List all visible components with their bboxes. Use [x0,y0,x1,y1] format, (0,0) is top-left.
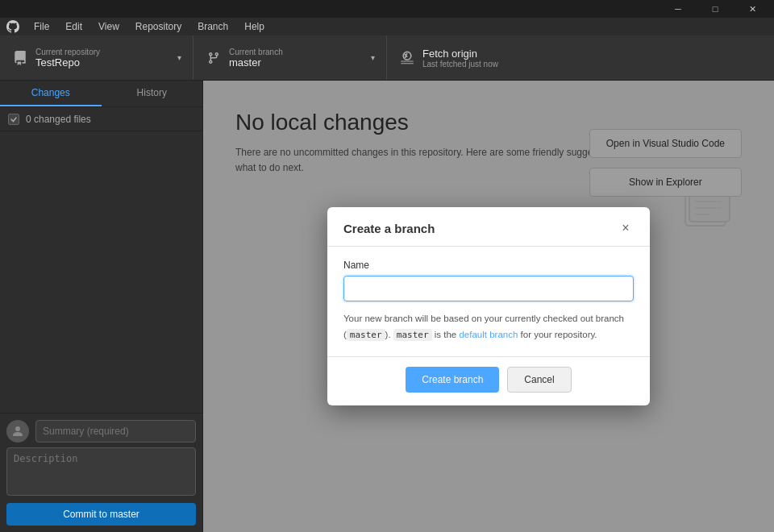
menu-repository[interactable]: Repository [129,19,188,34]
branch-chevron-icon: ▾ [371,53,375,62]
toolbar: Current repository TestRepo ▾ Current br… [0,35,774,81]
app-layout: Changes History 0 changed files [0,81,774,532]
title-bar: ─ □ ✕ [0,0,774,18]
maximize-button[interactable]: □ [697,0,734,18]
modal-title: Create a branch [343,222,435,235]
branch-name-input[interactable] [343,276,634,301]
menu-help[interactable]: Help [238,19,271,34]
modal-header: Create a branch × [327,207,650,247]
sidebar-file-list [0,131,202,413]
fetch-sub: Last fetched just now [422,60,537,69]
summary-input[interactable] [35,420,196,443]
create-branch-modal: Create a branch × Name Your new branch w… [327,207,650,405]
branch-icon [205,49,223,67]
menu-file[interactable]: File [27,19,56,34]
repo-icon [11,49,29,67]
repo-label: Current repository [35,48,171,56]
sidebar-tabs: Changes History [0,81,202,107]
tab-history[interactable]: History [102,81,203,106]
modal-close-button[interactable]: × [618,220,634,236]
modal-body: Name Your new branch will be based on yo… [327,247,650,355]
close-button[interactable]: ✕ [734,0,771,18]
name-label: Name [343,260,634,271]
fetch-text: Fetch origin Last fetched just now [422,48,537,69]
window-controls: ─ □ ✕ [660,0,771,18]
minimize-button[interactable]: ─ [660,0,697,18]
hint-text-3: is the [432,330,460,339]
commit-button[interactable]: Commit to master [6,503,196,526]
changed-files-bar: 0 changed files [0,107,202,131]
cancel-button[interactable]: Cancel [507,367,571,393]
branch-name: master [229,56,364,69]
create-branch-button[interactable]: Create branch [406,367,499,393]
menu-edit[interactable]: Edit [59,19,89,34]
repo-selector[interactable]: Current repository TestRepo ▾ [0,35,194,80]
github-icon [6,20,19,33]
select-all-checkbox[interactable] [8,114,19,125]
branch-text: Current branch master [229,48,364,69]
branch-selector[interactable]: Current branch master ▾ [194,35,387,80]
repo-text: Current repository TestRepo [35,48,171,69]
modal-hint: Your new branch will be based on your cu… [343,311,634,343]
hint-branch2: master [393,329,432,341]
modal-footer: Create branch Cancel [327,356,650,405]
fetch-button[interactable]: Fetch origin Last fetched just now [387,35,548,80]
default-branch-link[interactable]: default branch [459,330,518,339]
main-content: No local changes There are no uncommitte… [203,81,774,532]
repo-chevron-icon: ▾ [177,53,181,62]
branch-label: Current branch [229,48,364,56]
sidebar-bottom: Commit to master [0,413,202,532]
fetch-label: Fetch origin [422,48,537,60]
summary-row [6,420,196,443]
sidebar: Changes History 0 changed files [0,81,203,532]
hint-text-4: for your repository. [518,330,597,339]
repo-name: TestRepo [35,56,171,69]
hint-branch1: master [347,329,385,341]
menu-view[interactable]: View [92,19,126,34]
modal-overlay: Create a branch × Name Your new branch w… [203,81,774,532]
tab-changes[interactable]: Changes [0,81,102,106]
menu-bar: File Edit View Repository Branch Help [0,18,774,35]
fetch-icon [398,49,416,67]
menu-branch[interactable]: Branch [191,19,235,34]
hint-text-2: ). [385,330,393,339]
description-input[interactable] [6,447,196,496]
avatar [6,420,29,443]
changed-files-count: 0 changed files [26,114,91,125]
